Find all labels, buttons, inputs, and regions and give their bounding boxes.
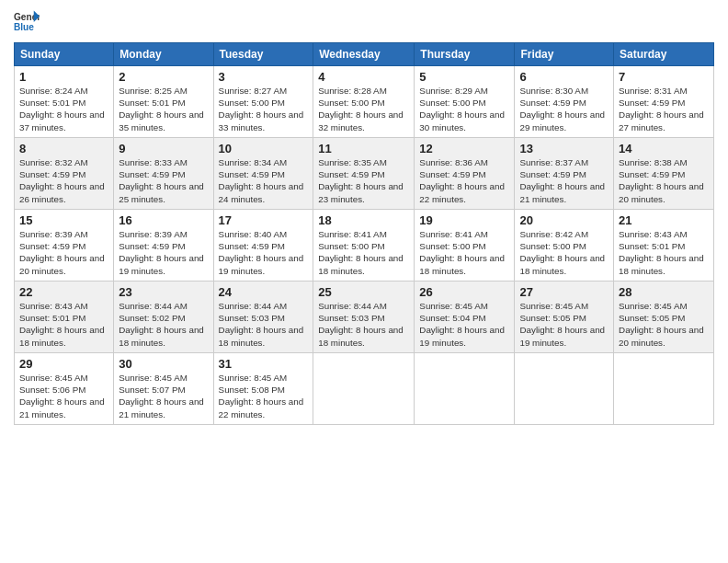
header: General Blue xyxy=(14,9,714,35)
calendar-cell: 5 Sunrise: 8:29 AMSunset: 5:00 PMDayligh… xyxy=(415,66,515,138)
day-number: 8 xyxy=(19,142,108,155)
day-info: Sunrise: 8:24 AMSunset: 5:01 PMDaylight:… xyxy=(19,86,105,132)
col-header-friday: Friday xyxy=(515,43,614,66)
day-number: 28 xyxy=(619,285,709,299)
day-number: 30 xyxy=(119,357,208,371)
page: General Blue SundayMondayTuesdayWednesda… xyxy=(0,0,728,563)
day-info: Sunrise: 8:33 AMSunset: 4:59 PMDaylight:… xyxy=(119,157,204,204)
day-info: Sunrise: 8:38 AMSunset: 4:59 PMDaylight:… xyxy=(619,157,704,204)
calendar-cell: 4 Sunrise: 8:28 AMSunset: 5:00 PMDayligh… xyxy=(313,66,415,138)
day-number: 12 xyxy=(419,142,509,155)
day-number: 15 xyxy=(19,213,108,227)
calendar-cell: 26 Sunrise: 8:45 AMSunset: 5:04 PMDaylig… xyxy=(415,282,515,353)
day-number: 25 xyxy=(318,285,409,299)
col-header-tuesday: Tuesday xyxy=(213,43,313,66)
calendar-cell: 11 Sunrise: 8:35 AMSunset: 4:59 PMDaylig… xyxy=(313,138,415,210)
week-row-4: 22 Sunrise: 8:43 AMSunset: 5:01 PMDaylig… xyxy=(15,282,714,353)
day-number: 4 xyxy=(318,70,409,84)
day-info: Sunrise: 8:45 AMSunset: 5:04 PMDaylight:… xyxy=(419,301,505,348)
calendar-cell: 18 Sunrise: 8:41 AMSunset: 5:00 PMDaylig… xyxy=(313,210,415,282)
day-info: Sunrise: 8:41 AMSunset: 5:00 PMDaylight:… xyxy=(318,229,404,276)
calendar-cell: 31 Sunrise: 8:45 AMSunset: 5:08 PMDaylig… xyxy=(213,353,313,425)
calendar-cell: 29 Sunrise: 8:45 AMSunset: 5:06 PMDaylig… xyxy=(15,353,114,425)
calendar-cell: 19 Sunrise: 8:41 AMSunset: 5:00 PMDaylig… xyxy=(415,210,515,282)
day-info: Sunrise: 8:44 AMSunset: 5:03 PMDaylight:… xyxy=(318,301,404,348)
logo: General Blue xyxy=(14,9,40,35)
calendar-cell: 27 Sunrise: 8:45 AMSunset: 5:05 PMDaylig… xyxy=(515,282,614,353)
calendar-cell: 8 Sunrise: 8:32 AMSunset: 4:59 PMDayligh… xyxy=(15,138,114,210)
day-info: Sunrise: 8:43 AMSunset: 5:01 PMDaylight:… xyxy=(619,229,704,276)
day-number: 2 xyxy=(119,70,208,84)
day-info: Sunrise: 8:44 AMSunset: 5:02 PMDaylight:… xyxy=(119,301,204,348)
calendar-cell: 14 Sunrise: 8:38 AMSunset: 4:59 PMDaylig… xyxy=(614,138,714,210)
day-number: 18 xyxy=(318,213,409,227)
day-number: 26 xyxy=(419,285,509,299)
calendar-cell: 2 Sunrise: 8:25 AMSunset: 5:01 PMDayligh… xyxy=(114,66,213,138)
day-info: Sunrise: 8:45 AMSunset: 5:05 PMDaylight:… xyxy=(619,301,704,348)
calendar-cell: 20 Sunrise: 8:42 AMSunset: 5:00 PMDaylig… xyxy=(515,210,614,282)
day-number: 14 xyxy=(619,142,709,155)
day-number: 27 xyxy=(519,285,609,299)
day-info: Sunrise: 8:43 AMSunset: 5:01 PMDaylight:… xyxy=(19,301,105,348)
day-info: Sunrise: 8:44 AMSunset: 5:03 PMDaylight:… xyxy=(219,301,304,348)
day-info: Sunrise: 8:35 AMSunset: 4:59 PMDaylight:… xyxy=(318,157,404,204)
svg-text:Blue: Blue xyxy=(14,22,34,32)
calendar-cell xyxy=(313,353,415,425)
calendar-cell: 12 Sunrise: 8:36 AMSunset: 4:59 PMDaylig… xyxy=(415,138,515,210)
calendar-cell xyxy=(415,353,515,425)
day-info: Sunrise: 8:34 AMSunset: 4:59 PMDaylight:… xyxy=(219,157,304,204)
calendar-cell: 15 Sunrise: 8:39 AMSunset: 4:59 PMDaylig… xyxy=(15,210,114,282)
day-info: Sunrise: 8:31 AMSunset: 4:59 PMDaylight:… xyxy=(619,86,704,132)
calendar-cell: 28 Sunrise: 8:45 AMSunset: 5:05 PMDaylig… xyxy=(614,282,714,353)
calendar-cell: 22 Sunrise: 8:43 AMSunset: 5:01 PMDaylig… xyxy=(15,282,114,353)
logo-icon: General Blue xyxy=(14,9,40,35)
col-header-wednesday: Wednesday xyxy=(313,43,415,66)
calendar-header-row: SundayMondayTuesdayWednesdayThursdayFrid… xyxy=(15,43,714,66)
calendar-cell: 21 Sunrise: 8:43 AMSunset: 5:01 PMDaylig… xyxy=(614,210,714,282)
calendar-cell: 24 Sunrise: 8:44 AMSunset: 5:03 PMDaylig… xyxy=(213,282,313,353)
week-row-2: 8 Sunrise: 8:32 AMSunset: 4:59 PMDayligh… xyxy=(15,138,714,210)
day-number: 7 xyxy=(619,70,709,84)
day-info: Sunrise: 8:41 AMSunset: 5:00 PMDaylight:… xyxy=(419,229,505,276)
day-info: Sunrise: 8:39 AMSunset: 4:59 PMDaylight:… xyxy=(19,229,105,276)
calendar-cell: 10 Sunrise: 8:34 AMSunset: 4:59 PMDaylig… xyxy=(213,138,313,210)
day-number: 22 xyxy=(19,285,108,299)
col-header-saturday: Saturday xyxy=(614,43,714,66)
day-number: 23 xyxy=(119,285,208,299)
calendar-cell: 1 Sunrise: 8:24 AMSunset: 5:01 PMDayligh… xyxy=(15,66,114,138)
day-number: 9 xyxy=(119,142,208,155)
day-number: 5 xyxy=(419,70,509,84)
day-number: 6 xyxy=(519,70,609,84)
col-header-monday: Monday xyxy=(114,43,213,66)
day-info: Sunrise: 8:30 AMSunset: 4:59 PMDaylight:… xyxy=(519,86,605,132)
calendar-cell: 17 Sunrise: 8:40 AMSunset: 4:59 PMDaylig… xyxy=(213,210,313,282)
day-info: Sunrise: 8:45 AMSunset: 5:05 PMDaylight:… xyxy=(519,301,605,348)
day-number: 16 xyxy=(119,213,208,227)
col-header-thursday: Thursday xyxy=(415,43,515,66)
day-number: 10 xyxy=(219,142,309,155)
day-number: 17 xyxy=(219,213,309,227)
day-info: Sunrise: 8:28 AMSunset: 5:00 PMDaylight:… xyxy=(318,86,404,132)
col-header-sunday: Sunday xyxy=(15,43,114,66)
calendar-cell: 23 Sunrise: 8:44 AMSunset: 5:02 PMDaylig… xyxy=(114,282,213,353)
calendar-cell: 25 Sunrise: 8:44 AMSunset: 5:03 PMDaylig… xyxy=(313,282,415,353)
day-info: Sunrise: 8:45 AMSunset: 5:07 PMDaylight:… xyxy=(119,373,204,419)
day-info: Sunrise: 8:29 AMSunset: 5:00 PMDaylight:… xyxy=(419,86,505,132)
day-number: 21 xyxy=(619,213,709,227)
calendar-cell: 3 Sunrise: 8:27 AMSunset: 5:00 PMDayligh… xyxy=(213,66,313,138)
calendar-cell: 30 Sunrise: 8:45 AMSunset: 5:07 PMDaylig… xyxy=(114,353,213,425)
calendar-cell xyxy=(515,353,614,425)
week-row-1: 1 Sunrise: 8:24 AMSunset: 5:01 PMDayligh… xyxy=(15,66,714,138)
day-info: Sunrise: 8:36 AMSunset: 4:59 PMDaylight:… xyxy=(419,157,505,204)
day-info: Sunrise: 8:45 AMSunset: 5:06 PMDaylight:… xyxy=(19,373,105,419)
day-info: Sunrise: 8:32 AMSunset: 4:59 PMDaylight:… xyxy=(19,157,105,204)
calendar-cell: 9 Sunrise: 8:33 AMSunset: 4:59 PMDayligh… xyxy=(114,138,213,210)
calendar-cell: 7 Sunrise: 8:31 AMSunset: 4:59 PMDayligh… xyxy=(614,66,714,138)
day-info: Sunrise: 8:40 AMSunset: 4:59 PMDaylight:… xyxy=(219,229,304,276)
day-number: 1 xyxy=(19,70,108,84)
calendar-table: SundayMondayTuesdayWednesdayThursdayFrid… xyxy=(14,42,714,425)
week-row-3: 15 Sunrise: 8:39 AMSunset: 4:59 PMDaylig… xyxy=(15,210,714,282)
calendar-cell xyxy=(614,353,714,425)
day-number: 19 xyxy=(419,213,509,227)
day-info: Sunrise: 8:25 AMSunset: 5:01 PMDaylight:… xyxy=(119,86,204,132)
